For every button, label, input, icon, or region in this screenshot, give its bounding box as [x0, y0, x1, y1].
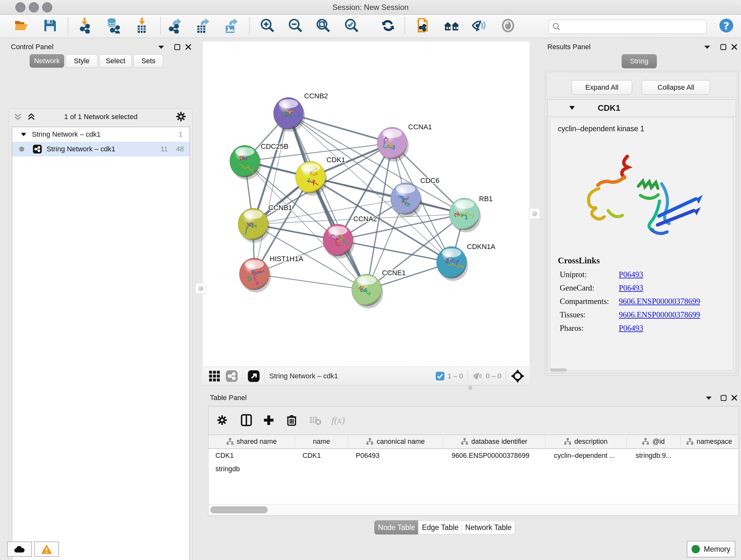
tab-style[interactable]: Style	[66, 54, 98, 68]
table-cell[interactable]: CDK1	[208, 449, 295, 462]
network-edges[interactable]	[245, 113, 464, 290]
table-cell[interactable]: cyclin–dependent ...	[547, 449, 629, 462]
panel-menu-icon[interactable]	[156, 42, 166, 52]
string-view-badge-icon[interactable]	[225, 370, 238, 382]
memory-button[interactable]: Memory	[687, 541, 735, 557]
export-network-button[interactable]	[166, 16, 184, 35]
close-panel-icon[interactable]	[730, 393, 739, 402]
tab-edge-table[interactable]: Edge Table	[418, 520, 462, 535]
tab-string-results[interactable]: String	[622, 54, 657, 68]
zoom-out-button[interactable]	[286, 16, 305, 35]
hidden-eye-slash-icon[interactable]	[472, 371, 483, 381]
network-node-cdc25b[interactable]	[230, 145, 261, 180]
table-row[interactable]: CDK1CDK1P064939606.ENSP00000378699cyclin…	[208, 449, 738, 476]
column-header-namespace[interactable]: namespace	[681, 435, 738, 448]
first-neighbors-button[interactable]	[443, 16, 461, 35]
create-column-plus-icon[interactable]	[259, 411, 278, 429]
export-table-button[interactable]	[194, 16, 212, 35]
float-panel-icon[interactable]	[172, 42, 182, 52]
crosslink-value-link[interactable]: P06493	[619, 270, 643, 279]
table-cell[interactable]: P06493	[349, 449, 445, 462]
zoom-in-button[interactable]	[259, 16, 276, 35]
birds-eye-toggle-icon[interactable]	[511, 369, 525, 383]
view-grid-icon[interactable]	[208, 370, 221, 382]
table-cell[interactable]: CDK1	[295, 449, 349, 462]
results-scrollbar[interactable]	[550, 368, 567, 372]
tab-network-table[interactable]: Network Table	[462, 520, 515, 535]
node-table[interactable]: shared namenamecanonical namedatabase id…	[208, 435, 738, 504]
network-node-ccna2[interactable]	[323, 224, 354, 259]
crosslink-value-link[interactable]: 9606.ENSP00000378699	[619, 310, 700, 319]
section-collapse-icon[interactable]	[569, 106, 575, 110]
table-cell[interactable]: stringdb:9...	[629, 449, 683, 462]
right-splitter-handle[interactable]	[529, 208, 540, 219]
panel-menu-icon[interactable]	[702, 42, 712, 52]
network-options-gear-icon[interactable]	[175, 111, 187, 122]
column-header-@id[interactable]: @id	[627, 435, 681, 448]
column-header-description[interactable]: description	[545, 435, 627, 448]
network-node-ccna1[interactable]	[377, 127, 409, 162]
column-header-database-identifier[interactable]: database identifier	[443, 435, 545, 448]
table-horizontal-scrollbar[interactable]	[208, 504, 738, 515]
tab-sets[interactable]: Sets	[133, 54, 163, 68]
column-header-shared-name[interactable]: shared name	[208, 435, 295, 448]
crosslink-value-link[interactable]: 9606.ENSP00000378699	[619, 297, 700, 306]
tree-expand-icon[interactable]	[21, 133, 26, 136]
toolbar-separator	[404, 17, 405, 34]
network-node-cdkn1a[interactable]	[436, 246, 468, 281]
close-panel-icon[interactable]	[730, 42, 739, 52]
network-node-ccnb2[interactable]	[273, 98, 305, 132]
import-network-file-button[interactable]	[77, 16, 94, 35]
search-input[interactable]	[563, 23, 706, 31]
hide-selected-button[interactable]	[470, 16, 488, 35]
show-columns-icon[interactable]	[237, 411, 256, 429]
table-cell[interactable]: 9606.ENSP00000378699	[445, 449, 547, 462]
selected-checkbox-icon[interactable]	[435, 371, 445, 381]
expand-all-button[interactable]: Expand All	[571, 80, 632, 95]
network-node-rb1[interactable]	[449, 198, 481, 233]
toolbar-separator	[68, 17, 68, 34]
column-header-name[interactable]: name	[295, 435, 348, 448]
export-image-button[interactable]	[222, 16, 240, 35]
network-collection-row[interactable]: String Network – cdk1 1	[12, 127, 190, 142]
crosslink-value-link[interactable]: P06493	[619, 284, 643, 293]
network-node-ccne1[interactable]	[352, 274, 383, 308]
float-panel-icon[interactable]	[719, 393, 728, 402]
scrollbar-thumb[interactable]	[210, 506, 268, 513]
network-node-cdk1[interactable]	[295, 161, 327, 196]
table-settings-gear-icon[interactable]	[213, 411, 231, 429]
search-field[interactable]	[548, 20, 706, 34]
zoom-selected-button[interactable]	[343, 16, 360, 35]
network-node-cdc6[interactable]	[391, 183, 422, 217]
detach-view-icon[interactable]	[247, 370, 260, 382]
tab-network[interactable]: Network	[30, 54, 64, 68]
import-table-file-button[interactable]	[133, 16, 151, 35]
tab-node-table[interactable]: Node Table	[374, 520, 419, 535]
toolbar-separator	[265, 370, 265, 382]
crosslink-value-link[interactable]: P06493	[619, 324, 643, 333]
help-button[interactable]: ?	[718, 16, 735, 35]
left-splitter-handle[interactable]	[195, 283, 206, 294]
save-session-button[interactable]	[41, 16, 59, 35]
network-canvas[interactable]: CCNB2CCNA1CDC25BCDK1CDC6RB1CCNB1CCNA2CDK…	[202, 42, 530, 367]
string-import-button[interactable]	[414, 16, 432, 35]
collapse-all-button[interactable]: Collapse All	[642, 80, 710, 95]
open-session-button[interactable]	[13, 16, 30, 35]
network-row-selected[interactable]: String Network – cdk1 11 48	[12, 142, 190, 157]
cloud-status-button[interactable]	[7, 542, 32, 557]
zoom-fit-button[interactable]	[314, 16, 332, 35]
close-panel-icon[interactable]	[184, 42, 193, 52]
column-header-canonical-name[interactable]: canonical name	[348, 435, 444, 448]
delete-column-trash-icon[interactable]	[282, 411, 301, 429]
help-icon: ?	[718, 17, 735, 34]
show-all-button[interactable]	[499, 16, 517, 35]
float-panel-icon[interactable]	[718, 42, 728, 52]
import-network-database-button[interactable]	[104, 16, 122, 35]
refresh-button[interactable]	[379, 16, 397, 35]
table-cell[interactable]: stringdb	[208, 462, 266, 476]
warnings-button[interactable]	[34, 542, 59, 557]
horizontal-splitter-grip[interactable]	[468, 386, 472, 390]
panel-menu-icon[interactable]	[704, 393, 714, 402]
tab-select[interactable]: Select	[99, 54, 132, 68]
network-node-hist1h1a[interactable]	[239, 258, 271, 293]
